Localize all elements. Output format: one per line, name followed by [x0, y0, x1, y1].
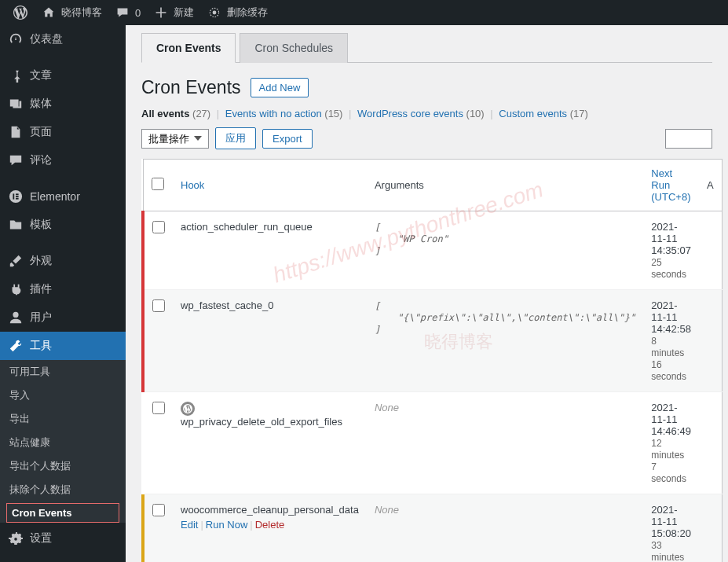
arguments-cell: None — [367, 392, 643, 494]
hook-name: action_scheduler_run_queue — [181, 221, 313, 233]
submenu-item[interactable]: 可用工具 — [0, 360, 126, 384]
filter-links: All events (27) | Events with no action … — [141, 108, 712, 119]
bulk-action-select[interactable]: 批量操作 — [141, 129, 209, 149]
site-home[interactable]: 晓得博客 — [35, 0, 108, 25]
menu-wrench[interactable]: 工具 — [0, 332, 126, 360]
menu-media[interactable]: 媒体 — [0, 90, 126, 118]
menu-label: 媒体 — [30, 97, 52, 111]
svg-rect-6 — [16, 198, 19, 200]
svg-rect-3 — [13, 193, 14, 199]
menu-gear[interactable]: 设置 — [0, 524, 126, 553]
row-checkbox[interactable] — [152, 402, 165, 414]
table-row: wp_fastest_cache_0[ "{\"prefix\":\"all\"… — [143, 290, 722, 392]
menu-label: 文章 — [30, 68, 52, 83]
col-next-run[interactable]: Next Run (UTC+8) — [651, 167, 690, 203]
page-icon — [8, 124, 24, 140]
wrench-icon — [8, 338, 24, 354]
gear-icon — [8, 531, 24, 546]
menu-label: 模板 — [30, 218, 52, 232]
menu-plug[interactable]: 插件 — [0, 275, 126, 303]
admin-bar: 晓得博客 0 新建 删除缓存 — [0, 0, 728, 25]
table-row: woocommerce_cleanup_personal_dataEdit|Ru… — [143, 494, 722, 563]
folder-icon — [8, 217, 24, 233]
col-arguments: Arguments — [367, 160, 643, 211]
comments-count: 0 — [135, 7, 141, 19]
table-row: wp_privacy_delete_old_export_filesNone20… — [143, 392, 722, 494]
hook-name: wp_privacy_delete_old_export_files — [181, 416, 342, 428]
search-input[interactable] — [665, 129, 712, 149]
tab-cron-events[interactable]: Cron Events — [141, 33, 236, 63]
menu-user[interactable]: 用户 — [0, 303, 126, 332]
row-checkbox[interactable] — [152, 221, 165, 233]
submenu-item[interactable]: 导出 — [0, 407, 126, 431]
row-checkbox[interactable] — [152, 504, 165, 516]
comment-icon — [115, 5, 130, 20]
purge-label: 删除缓存 — [227, 6, 268, 20]
elementor-icon — [8, 189, 24, 204]
wp-logo[interactable] — [6, 0, 35, 25]
menu-page[interactable]: 页面 — [0, 118, 126, 146]
arguments-cell: [ "{\"prefix\":\"all\",\"content\":\"all… — [367, 290, 643, 392]
tools-submenu: 可用工具导入导出站点健康导出个人数据抹除个人数据Cron Events — [0, 360, 126, 523]
add-new-button[interactable]: Add New — [251, 78, 309, 97]
menu-label: 仪表盘 — [30, 32, 63, 46]
menu-comment[interactable]: 评论 — [0, 146, 126, 174]
user-icon — [8, 310, 24, 325]
menu-brush[interactable]: 外观 — [0, 247, 126, 275]
menu-folder[interactable]: 模板 — [0, 211, 126, 239]
menu-label: 设置 — [30, 531, 52, 545]
menu-label: Elementor — [30, 190, 80, 203]
filter-custom[interactable]: Custom events — [499, 108, 567, 119]
filter-all[interactable]: All events — [141, 108, 189, 119]
home-icon — [41, 5, 57, 20]
nav-tabs: Cron Events Cron Schedules — [141, 33, 712, 63]
table-row: action_scheduler_run_queue[ "WP Cron" ]2… — [143, 211, 722, 290]
run-link[interactable]: Run Now — [206, 519, 247, 531]
media-icon — [8, 96, 24, 112]
menu-pin[interactable]: 文章 — [0, 61, 126, 90]
edit-link[interactable]: Edit — [181, 519, 198, 531]
submenu-item[interactable]: 导出个人数据 — [0, 454, 126, 478]
pin-icon — [8, 68, 24, 83]
svg-rect-5 — [16, 196, 19, 197]
new-content[interactable]: 新建 — [147, 0, 200, 25]
plus-icon — [153, 5, 169, 20]
next-run-cell: 2021-11-11 15:08:2033 minutes 38 seconds — [643, 494, 699, 563]
filter-core[interactable]: WordPress core events — [357, 108, 463, 119]
purge-cache[interactable]: 删除缓存 — [200, 0, 274, 25]
select-all-checkbox[interactable] — [152, 178, 164, 190]
plug-icon — [8, 281, 24, 297]
next-run-cell: 2021-11-11 14:46:4912 minutes 7 seconds — [643, 392, 699, 494]
menu-label: 外观 — [30, 254, 52, 268]
row-checkbox[interactable] — [152, 299, 165, 312]
new-label: 新建 — [174, 6, 194, 20]
arguments-cell: [ "WP Cron" ] — [367, 211, 643, 290]
bulk-actions-row: 批量操作 应用 Export — [141, 127, 712, 149]
wordpress-icon — [181, 402, 195, 416]
site-name: 晓得博客 — [61, 6, 102, 20]
cron-events-table: Hook Arguments Next Run (UTC+8) A action… — [141, 159, 723, 562]
next-run-cell: 2021-11-11 14:42:588 minutes 16 seconds — [643, 290, 699, 392]
submenu-item[interactable]: 站点健康 — [0, 431, 126, 454]
export-button[interactable]: Export — [262, 129, 313, 149]
wordpress-icon — [13, 5, 28, 20]
apply-button[interactable]: 应用 — [215, 127, 256, 149]
tab-cron-schedules[interactable]: Cron Schedules — [240, 33, 348, 63]
submenu-item[interactable]: 导入 — [0, 384, 126, 407]
comment-icon — [8, 152, 24, 168]
comments-link[interactable]: 0 — [108, 0, 147, 25]
dashboard-icon — [8, 31, 24, 47]
delete-link[interactable]: Delete — [255, 519, 285, 531]
menu-dashboard[interactable]: 仪表盘 — [0, 25, 126, 53]
main-content: Cron Events Cron Schedules Cron Events A… — [126, 25, 728, 562]
filter-no-action[interactable]: Events with no action — [225, 108, 322, 119]
arguments-cell: None — [367, 494, 643, 563]
menu-label: 工具 — [30, 339, 52, 353]
submenu-item[interactable]: Cron Events — [6, 503, 119, 523]
menu-label: 用户 — [30, 310, 52, 325]
col-last: A — [699, 160, 722, 211]
menu-label: 插件 — [30, 282, 52, 296]
menu-elementor[interactable]: Elementor — [0, 182, 126, 211]
submenu-item[interactable]: 抹除个人数据 — [0, 478, 126, 501]
col-hook[interactable]: Hook — [181, 179, 204, 191]
